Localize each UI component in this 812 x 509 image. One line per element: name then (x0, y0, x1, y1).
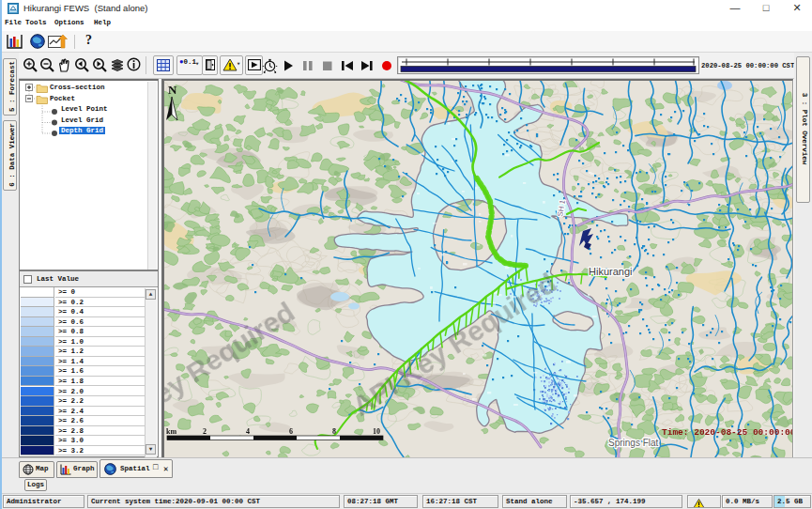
svg-text:2: 2 (203, 427, 207, 436)
svg-text:N: N (168, 83, 177, 97)
svg-text:Time: 2020-08-25 00:00:00 CST: Time: 2020-08-25 00:00:00 CST (662, 427, 793, 438)
svg-text:km: km (166, 427, 176, 436)
svg-text:6: 6 (289, 427, 293, 436)
svg-text:10: 10 (373, 427, 380, 436)
svg-text:Hikurangi: Hikurangi (589, 266, 632, 277)
svg-text:8: 8 (332, 427, 336, 436)
svg-text:Springs Flat: Springs Flat (608, 438, 659, 448)
svg-text:4: 4 (246, 427, 250, 436)
